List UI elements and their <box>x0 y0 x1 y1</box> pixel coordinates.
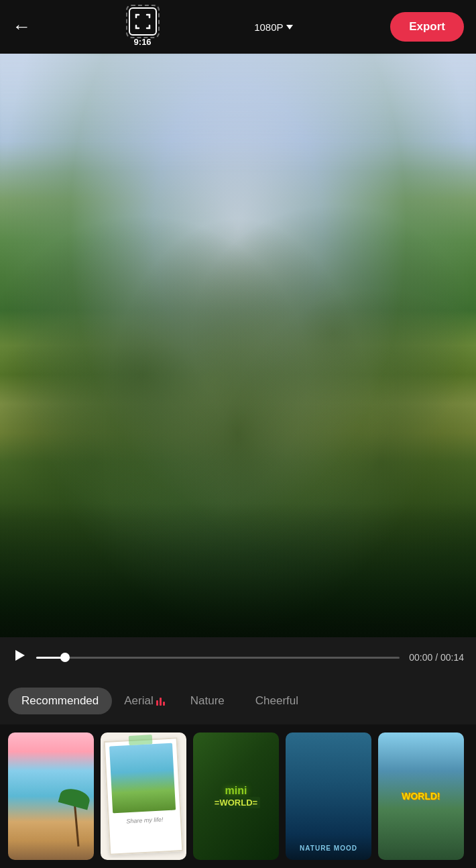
nature-mood-label: NATURE MOOD <box>300 845 357 852</box>
progress-bar[interactable] <box>36 657 400 659</box>
chevron-down-icon <box>286 25 293 30</box>
resolution-button[interactable]: 1080P <box>254 21 292 33</box>
thumbnail-tropical[interactable] <box>8 733 94 860</box>
category-bar: Recommended Aerial Nature Cheerful <box>0 677 476 724</box>
tab-aerial[interactable]: Aerial <box>116 688 172 714</box>
mini-world-logo: mini =WORLD= <box>212 784 260 809</box>
thumbnail-postcard[interactable]: Share my life! <box>101 733 186 860</box>
ratio-icon <box>129 7 157 36</box>
aerial-world-logo: WORLD! <box>402 791 440 802</box>
ratio-badge: 9:16 <box>129 7 157 47</box>
thumbnail-mini-world[interactable]: mini =WORLD= <box>193 733 279 860</box>
bar2 <box>160 698 162 706</box>
top-bar: ← 9:16 1080P Export <box>0 0 476 54</box>
play-icon <box>12 648 27 663</box>
tape-decoration <box>129 735 153 745</box>
bar1 <box>156 700 158 706</box>
postcard-inner: Share my life! <box>104 737 184 855</box>
back-button[interactable]: ← <box>12 17 31 36</box>
tab-recommended[interactable]: Recommended <box>8 688 112 714</box>
play-button[interactable] <box>12 648 27 667</box>
thumbnail-strip: Share my life! mini =WORLD= NATURE MOOD … <box>0 724 476 868</box>
tree-decoration <box>73 793 80 847</box>
mini-text: mini <box>212 784 260 797</box>
world-text: =WORLD= <box>212 797 260 809</box>
video-preview-area <box>0 54 476 637</box>
postcard-photo <box>109 743 176 814</box>
ratio-frame-icon <box>133 12 152 31</box>
tilt-shift-top <box>0 54 476 174</box>
tab-nature[interactable]: Nature <box>177 688 238 714</box>
progress-thumb[interactable] <box>60 653 70 662</box>
aerial-bars-icon <box>156 696 165 706</box>
postcard-text: Share my life! <box>126 816 163 825</box>
export-button[interactable]: Export <box>390 12 464 42</box>
svg-marker-0 <box>15 650 25 661</box>
video-preview <box>0 54 476 637</box>
resolution-label: 1080P <box>254 21 283 33</box>
thumbnail-aerial-world[interactable]: WORLD! <box>378 733 464 860</box>
aerial-label: Aerial <box>124 694 153 708</box>
tilt-shift-bottom <box>0 503 476 637</box>
time-display: 00:00 / 00:14 <box>409 652 464 663</box>
thumbnail-nature-mood[interactable]: NATURE MOOD <box>286 733 371 860</box>
playback-bar: 00:00 / 00:14 <box>0 637 476 677</box>
tab-cheerful[interactable]: Cheerful <box>242 688 312 714</box>
ratio-text: 9:16 <box>134 37 152 47</box>
bar3 <box>163 702 165 706</box>
